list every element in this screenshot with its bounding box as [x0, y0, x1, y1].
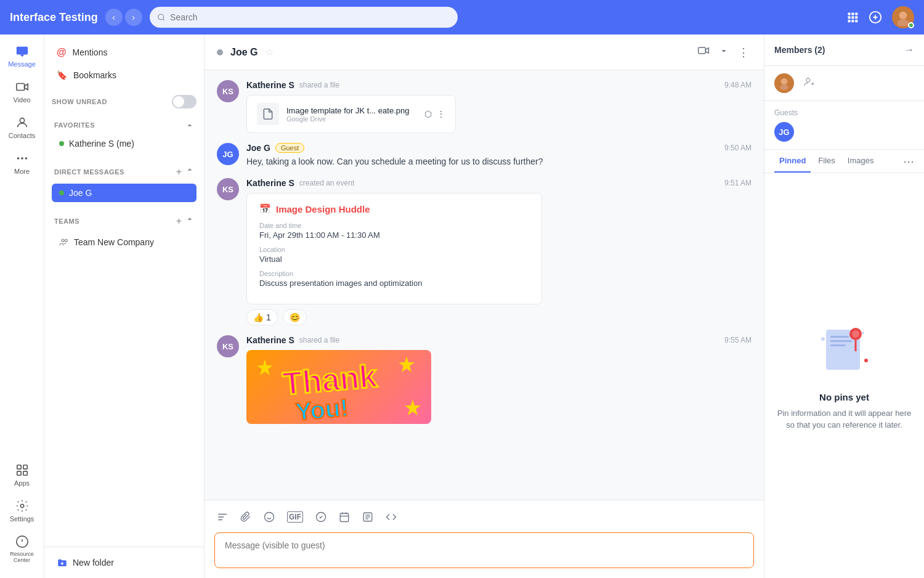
toggle-knob — [173, 96, 184, 107]
star-icon[interactable]: ☆ — [265, 46, 274, 58]
msg-time-1: 9:48 AM — [724, 81, 752, 89]
nav-item-settings[interactable]: Settings — [4, 494, 41, 527]
message-group-3: KS Katherine S created an event 9:51 AM … — [217, 178, 752, 325]
member-avatar-katherine — [774, 73, 794, 93]
code-button[interactable] — [383, 509, 399, 525]
search-icon — [157, 13, 165, 22]
nav-item-resource-center[interactable]: Resource Center — [4, 530, 41, 568]
message-icon — [15, 44, 29, 58]
message-input[interactable] — [214, 532, 754, 568]
event-date-field: Date and time Fri, Apr 29th 11:00 AM - 1… — [259, 222, 529, 240]
svg-marker-33 — [257, 359, 273, 375]
svg-rect-16 — [16, 47, 27, 55]
nav-video-label: Video — [14, 96, 31, 104]
teams-section: TEAMS + Team New Company — [44, 207, 204, 256]
thumbs-up-reaction[interactable]: 👍 1 — [246, 309, 278, 325]
paperclip-icon — [240, 511, 251, 523]
tabs-more-button[interactable]: ⋯ — [903, 150, 914, 173]
sidebar-item-katherine[interactable]: Katherine S (me) — [52, 134, 197, 153]
sidebar-footer: New folder — [44, 547, 204, 578]
file-attachment-1[interactable]: Image template for JK t... eate.png Goog… — [246, 95, 456, 133]
smile-reaction[interactable]: 😊 — [283, 309, 307, 325]
nav-item-more[interactable]: More — [4, 147, 41, 180]
event-date-value: Fri, Apr 29th 11:00 AM - 11:30 AM — [259, 230, 529, 240]
svg-point-14 — [899, 12, 907, 19]
calendar-button[interactable] — [336, 509, 352, 525]
add-button[interactable] — [869, 10, 882, 24]
dropdown-button[interactable] — [717, 43, 731, 61]
members-title: Members (2) — [774, 45, 825, 55]
thank-you-sticker: Thank You! — [253, 350, 425, 424]
task-button[interactable] — [313, 509, 329, 525]
msg-content-4: Katherine S shared a file 9:55 AM Thank — [246, 335, 752, 424]
nav-item-message[interactable]: Message — [4, 39, 41, 73]
calendar-icon: 📅 — [259, 203, 271, 214]
member-item-katherine — [774, 73, 914, 93]
no-pins-desc: Pin information and it will appear here … — [777, 407, 912, 431]
dm-header: DIRECT MESSAGES + — [52, 163, 197, 181]
resource-center-icon — [15, 535, 29, 548]
msg-content-1: Katherine S shared a file 9:48 AM Ima — [246, 80, 752, 133]
svg-point-26 — [20, 504, 24, 508]
format-button[interactable] — [214, 509, 230, 525]
favorites-section: FAVORITES Katherine S (me) — [44, 113, 204, 158]
calendar-icon — [339, 511, 350, 523]
add-dm-button[interactable]: + — [175, 165, 183, 179]
add-person-icon — [804, 76, 815, 88]
file-external-link-button[interactable]: ⬡ — [424, 109, 432, 119]
tab-pinned[interactable]: Pinned — [774, 150, 811, 173]
file-more-button[interactable]: ⋮ — [437, 109, 445, 119]
new-folder-item[interactable]: New folder — [49, 552, 199, 573]
file-icon-1 — [257, 103, 279, 125]
event-description-value: Discuss presentation images and optimiza… — [259, 279, 529, 288]
svg-point-29 — [65, 239, 67, 242]
msg-content-2: Joe G Guest 9:50 AM Hey, taking a look n… — [246, 143, 752, 168]
msg-author-2: Joe G — [246, 143, 270, 153]
svg-text:You!: You! — [294, 394, 349, 424]
search-input[interactable] — [170, 12, 450, 22]
thumbs-up-count: 1 — [266, 312, 271, 322]
team-name: Team New Company — [74, 237, 154, 247]
message-group-1: KS Katherine S shared a file 9:48 AM — [217, 80, 752, 133]
nav-forward-button[interactable]: › — [125, 9, 142, 26]
joe-online-dot — [59, 190, 64, 195]
chat-input-area: GIF — [205, 500, 764, 578]
nav-contacts-label: Contacts — [9, 132, 35, 139]
tab-files[interactable]: Files — [813, 150, 840, 173]
format-icon — [217, 511, 228, 523]
svg-rect-8 — [848, 20, 851, 22]
note-icon — [362, 511, 373, 523]
close-panel-button[interactable]: → — [904, 44, 914, 55]
svg-point-28 — [62, 239, 64, 242]
pins-illustration — [814, 320, 875, 382]
grid-icon — [846, 11, 859, 23]
note-button[interactable] — [360, 509, 376, 525]
gif-button[interactable]: GIF — [285, 509, 306, 525]
svg-line-1 — [163, 19, 164, 20]
more-options-button[interactable]: ⋮ — [736, 43, 752, 62]
nav-item-video[interactable]: Video — [4, 75, 41, 108]
nav-item-apps[interactable]: Apps — [4, 458, 41, 492]
add-member-button[interactable] — [804, 76, 815, 91]
event-location-value: Virtual — [259, 254, 529, 264]
new-folder-label: New folder — [73, 558, 114, 568]
sidebar-item-joe-g[interactable]: Joe G — [52, 184, 197, 202]
sidebar-item-team[interactable]: Team New Company — [52, 233, 197, 251]
nav-item-contacts[interactable]: Contacts — [4, 111, 41, 144]
msg-header-3: Katherine S created an event 9:51 AM — [246, 178, 752, 188]
show-unread-toggle[interactable] — [172, 95, 197, 108]
grid-icon-button[interactable] — [846, 11, 859, 23]
attachment-button[interactable] — [238, 509, 254, 525]
sidebar-mentions[interactable]: @ Mentions — [49, 42, 199, 63]
tab-images[interactable]: Images — [843, 150, 879, 173]
event-location-field: Location Virtual — [259, 246, 529, 264]
file-actions-1: ⬡ ⋮ — [424, 109, 445, 119]
msg-author-1: Katherine S — [246, 80, 294, 90]
nav-back-button[interactable]: ‹ — [105, 9, 123, 26]
sidebar-bookmarks[interactable]: 🔖 Bookmarks — [49, 65, 199, 85]
katherine-avatar-3: KS — [217, 178, 239, 200]
add-team-button[interactable]: + — [175, 214, 183, 228]
emoji-button[interactable] — [261, 509, 277, 525]
video-call-button[interactable] — [695, 42, 712, 62]
guest-badge: Guest — [275, 143, 304, 153]
